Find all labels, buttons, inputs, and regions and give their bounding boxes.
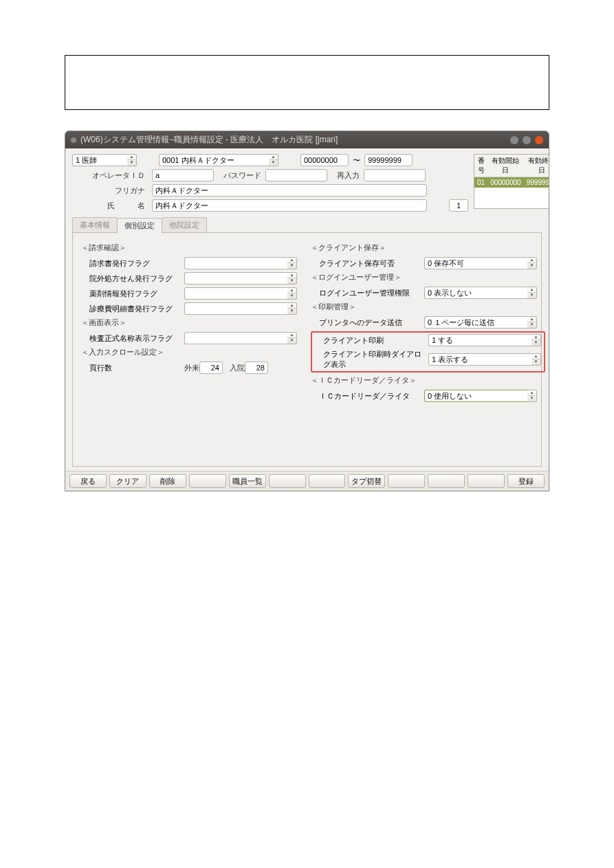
printer-send-label: プリンタへのデータ送信: [311, 318, 424, 328]
outpatient-input[interactable]: [199, 361, 223, 374]
window-title: (W06)システム管理情報−職員情報設定 - 医療法人 オルカ医院 [jmari…: [80, 134, 338, 146]
empty-button-6[interactable]: .: [468, 474, 505, 488]
drug-flag-combo[interactable]: ▲▼: [184, 287, 297, 300]
password-label: パスワード: [223, 170, 261, 181]
client-save-label: クライアント保存可否: [311, 258, 424, 269]
tab-switch-button[interactable]: タブ切替: [348, 474, 385, 488]
section-billing: ＜請求確認＞: [81, 243, 297, 253]
detail-flag-combo[interactable]: ▲▼: [184, 302, 297, 315]
page-lines-label: 頁行数: [81, 363, 184, 373]
detail-flag-label: 診療費明細書発行フラグ: [81, 304, 184, 314]
empty-button-1[interactable]: .: [189, 474, 226, 488]
operator-id-input[interactable]: [152, 169, 214, 181]
validity-table[interactable]: 番号 有効開始日 有効終了日 01 00000000 99999999: [474, 154, 549, 209]
section-ic: ＜ＩＣカードリーダ／ライタ＞: [311, 375, 545, 386]
role-input[interactable]: [72, 154, 127, 166]
clear-button[interactable]: クリア: [109, 474, 146, 488]
highlight-box: クライアント印刷 ▲▼ クライアント印刷時ダイアログ表示 ▲▼: [311, 331, 545, 372]
code-to-input[interactable]: [364, 154, 413, 166]
table-row[interactable]: 01 00000000 99999999: [474, 177, 549, 188]
empty-button-4[interactable]: .: [388, 474, 425, 488]
client-print-combo[interactable]: ▲▼: [428, 334, 541, 346]
outpatient-label: 外来: [184, 363, 199, 373]
inpatient-label: 入院: [230, 363, 245, 373]
tab-individual[interactable]: 個別設定: [117, 218, 162, 233]
tab-basic[interactable]: 基本情報: [72, 217, 118, 232]
section-display: ＜画面表示＞: [81, 318, 297, 328]
table-header-start: 有効開始日: [487, 155, 524, 177]
close-icon[interactable]: [535, 136, 543, 144]
doctor-spin[interactable]: ▲▼: [269, 154, 278, 166]
empty-button-3[interactable]: .: [309, 474, 346, 488]
doctor-input[interactable]: [159, 154, 269, 166]
register-button[interactable]: 登録: [507, 474, 545, 488]
section-print: ＜印刷管理＞: [311, 302, 545, 312]
code-from-input[interactable]: [300, 154, 349, 166]
password-re-input[interactable]: [364, 169, 426, 181]
name-input[interactable]: [152, 199, 427, 212]
app-window: (W06)システム管理情報−職員情報設定 - 医療法人 オルカ医院 [jmari…: [65, 131, 549, 491]
password-re-label: 再入力: [337, 170, 360, 181]
doctor-combo[interactable]: ▲▼: [159, 154, 278, 166]
role-combo[interactable]: ▲▼: [72, 154, 137, 166]
minimize-icon[interactable]: [510, 136, 518, 144]
rx-flag-combo[interactable]: ▲▼: [184, 272, 297, 285]
left-column: ＜請求確認＞ 請求書発行フラグ ▲▼ 院外処方せん発行フラグ ▲▼ 薬剤情報発行…: [81, 240, 297, 459]
client-print-dialog-label: クライアント印刷時ダイアログ表示: [315, 349, 428, 370]
exam-flag-label: 検査正式名称表示フラグ: [81, 333, 184, 344]
tabs: 基本情報 個別設定 他院設定: [72, 217, 542, 233]
upper-document-box: [65, 55, 549, 110]
printer-send-combo[interactable]: ▲▼: [424, 316, 537, 329]
table-header-no: 番号: [474, 155, 487, 177]
back-button[interactable]: 戻る: [69, 474, 107, 488]
bill-flag-label: 請求書発行フラグ: [81, 258, 184, 269]
bottom-toolbar: 戻る クリア 削除 . 職員一覧 . . タブ切替 . . . 登録: [65, 471, 549, 491]
right-column: ＜クライアント保存＞ クライアント保存可否 ▲▼ ＜ログインユーザー管理＞ ログ…: [311, 240, 545, 459]
client-save-combo[interactable]: ▲▼: [424, 257, 537, 269]
drug-flag-label: 薬剤情報発行フラグ: [81, 289, 184, 299]
client-print-dialog-combo[interactable]: ▲▼: [428, 353, 541, 366]
tab-body: ＜請求確認＞ 請求書発行フラグ ▲▼ 院外処方せん発行フラグ ▲▼ 薬剤情報発行…: [72, 233, 542, 467]
inpatient-input[interactable]: [245, 361, 268, 374]
section-scroll: ＜入力スクロール設定＞: [81, 347, 297, 357]
empty-button-5[interactable]: .: [428, 474, 465, 488]
furigana-input[interactable]: [152, 184, 427, 197]
titlebar: (W06)システム管理情報−職員情報設定 - 医療法人 オルカ医院 [jmari…: [65, 131, 549, 148]
staff-list-button[interactable]: 職員一覧: [229, 474, 266, 488]
furigana-label: フリガナ: [72, 186, 148, 196]
client-print-label: クライアント印刷: [315, 335, 428, 346]
tilde-label: 〜: [353, 155, 360, 166]
app-icon: [71, 137, 76, 143]
empty-button-2[interactable]: .: [269, 474, 306, 488]
maximize-icon[interactable]: [523, 136, 531, 144]
delete-button[interactable]: 削除: [149, 474, 186, 488]
bill-flag-combo[interactable]: ▲▼: [184, 257, 297, 269]
login-auth-label: ログインユーザー管理権限: [311, 288, 424, 298]
section-client-save: ＜クライアント保存＞: [311, 243, 545, 253]
operator-id-label: オペレータＩＤ: [72, 170, 148, 181]
seq-input[interactable]: [449, 199, 468, 212]
role-spin[interactable]: ▲▼: [127, 154, 137, 166]
ic-reader-combo[interactable]: ▲▼: [424, 390, 537, 402]
name-label: 氏 名: [72, 201, 148, 211]
table-header-end: 有効終了日: [524, 155, 549, 177]
login-auth-combo[interactable]: ▲▼: [424, 287, 537, 299]
section-login: ＜ログインユーザー管理＞: [311, 272, 545, 282]
rx-flag-label: 院外処方せん発行フラグ: [81, 274, 184, 284]
ic-reader-label: ＩＣカードリーダ／ライタ: [311, 391, 424, 401]
password-input[interactable]: [265, 169, 327, 181]
tab-other[interactable]: 他院設定: [162, 217, 207, 232]
exam-flag-combo[interactable]: ▲▼: [184, 332, 297, 344]
